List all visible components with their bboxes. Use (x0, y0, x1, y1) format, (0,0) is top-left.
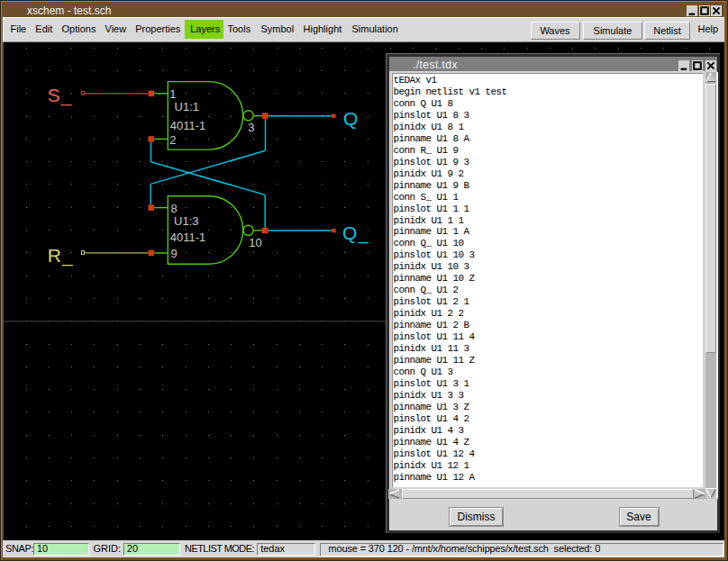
svg-text:1: 1 (169, 87, 176, 101)
svg-text:4011-1: 4011-1 (170, 230, 206, 243)
svg-text:2: 2 (169, 132, 176, 146)
svg-text:3: 3 (248, 120, 254, 133)
svg-text:Q_: Q_ (342, 222, 369, 244)
svg-text:U1:3: U1:3 (174, 213, 198, 227)
svg-text:10: 10 (249, 236, 261, 249)
svg-text:R_: R_ (48, 245, 74, 267)
svg-text:S_: S_ (48, 84, 73, 105)
svg-text:4011-1: 4011-1 (170, 118, 206, 131)
svg-text:9: 9 (170, 247, 177, 260)
svg-text:8: 8 (170, 201, 177, 214)
svg-text:Q: Q (343, 107, 358, 128)
svg-text:U1:1: U1:1 (175, 100, 199, 113)
